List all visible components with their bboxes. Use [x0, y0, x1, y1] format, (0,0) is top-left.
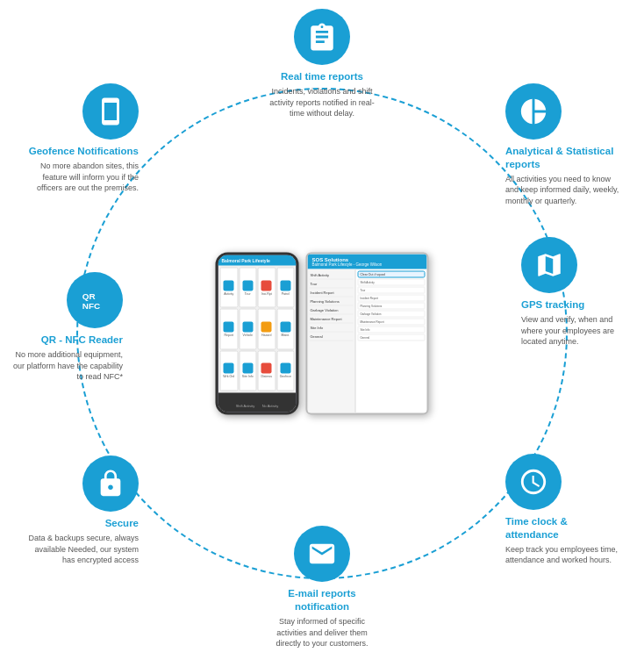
- phone-footer: Shift Activity No Activity: [218, 393, 297, 412]
- phone-cell: Distress: [258, 350, 276, 391]
- secure-desc: Data & backups secure, always available …: [25, 533, 139, 566]
- feature-reports: Real time reports Incidents, violations …: [265, 9, 379, 119]
- geofence-title: Geofence Notifications: [29, 145, 139, 158]
- feature-email: E-mail reports notification Stay informe…: [265, 526, 379, 649]
- phone-grid: Activity Tour Inci.Rpt Patrol Report Veh…: [218, 266, 297, 393]
- sidebar-item: General: [310, 333, 354, 341]
- gps-icon: [534, 250, 564, 280]
- tablet-header: SOS Solutions Balmoral Park Lifestyle - …: [308, 255, 427, 269]
- email-title: E-mail reports notification: [265, 587, 379, 613]
- qr-desc: No more additional equipment, our platfo…: [9, 349, 123, 383]
- analytical-title: Analytical & Statistical reports: [505, 145, 619, 171]
- feature-geofence: Geofence Notifications No more abandon s…: [25, 83, 139, 194]
- feature-gps: GPS tracking View and verify, when and w…: [521, 237, 635, 348]
- phone-cell: Hazard: [258, 309, 276, 349]
- phone-header: Balmoral Park Lifestyle: [218, 255, 297, 266]
- secure-title: Secure: [105, 517, 139, 530]
- sidebar-item: Garbage Violation: [310, 306, 354, 315]
- phone-cell: Vehicle: [239, 309, 257, 349]
- qr-title: QR - NFC Reader: [41, 334, 123, 347]
- svg-text:QR: QR: [82, 291, 96, 301]
- phone-cell: Geofnce: [276, 350, 295, 391]
- tablet-main: Clear Out # squad Shift Activity Tour In…: [356, 269, 427, 413]
- tablet-sidebar: Shift Activity Tour Incident Report Plan…: [308, 269, 356, 413]
- feature-analytical: Analytical & Statistical reports All act…: [505, 83, 619, 207]
- gps-icon-circle: [521, 237, 577, 293]
- phone-screen: Balmoral Park Lifestyle Activity Tour In…: [218, 255, 297, 412]
- gps-title: GPS tracking: [521, 298, 584, 312]
- analytical-desc: All activities you need to know and keep…: [505, 174, 619, 207]
- email-icon: [307, 539, 337, 569]
- email-icon-circle: [294, 526, 350, 582]
- phone-cell: Tour: [239, 268, 257, 308]
- secure-icon-circle: [82, 455, 139, 512]
- sidebar-item: Tour: [310, 280, 354, 289]
- timeclock-icon-circle: [505, 454, 562, 510]
- tablet-mockup: SOS Solutions Balmoral Park Lifestyle - …: [306, 253, 429, 415]
- sidebar-item: Planning Solutions: [310, 298, 354, 306]
- analytical-icon-circle: [505, 83, 562, 140]
- tablet-row: Garbage Violation: [358, 311, 426, 318]
- qr-icon-circle: QR NFC: [67, 272, 123, 328]
- geofence-icon: [96, 97, 125, 126]
- email-desc: Stay informed of specific activities and…: [265, 616, 379, 649]
- sidebar-item: Shift Activity: [310, 271, 354, 280]
- phone-cell: Site Info: [239, 350, 257, 391]
- reports-desc: Incidents, violations and shift activity…: [265, 86, 379, 119]
- svg-text:NFC: NFC: [82, 301, 100, 311]
- clipboard-icon: [307, 22, 337, 52]
- qrnfc-icon: QR NFC: [80, 285, 110, 315]
- sidebar-item: Maintenance Report: [310, 315, 354, 324]
- feature-qr: QR NFC QR - NFC Reader No more additiona…: [9, 272, 123, 383]
- tablet-row: Planning Solutions: [358, 303, 426, 310]
- timeclock-desc: Keep track you employees time, attendanc…: [505, 544, 619, 566]
- tablet-row: Incident Report: [358, 295, 426, 302]
- main-container: Real time reports Incidents, violations …: [0, 0, 644, 667]
- geofence-icon-circle: [82, 83, 139, 140]
- phone-cell: Inci.Rpt: [258, 268, 276, 308]
- device-mockup: Balmoral Park Lifestyle Activity Tour In…: [216, 253, 429, 415]
- phone-mockup: Balmoral Park Lifestyle Activity Tour In…: [216, 253, 299, 415]
- phone-cell: Activity: [220, 268, 239, 308]
- geofence-desc: No more abandon sites, this feature will…: [25, 161, 139, 194]
- reports-title: Real time reports: [281, 70, 363, 83]
- timeclock-title: Time clock & attendance: [505, 515, 619, 541]
- tablet-highlight: Clear Out # squad: [358, 271, 426, 278]
- tablet-row: Tour: [358, 287, 426, 294]
- feature-timeclock: Time clock & attendance Keep track you e…: [505, 454, 619, 566]
- phone-cell: Maint.: [276, 309, 295, 349]
- tablet-row: Site Info: [358, 326, 426, 334]
- reports-icon-circle: [294, 9, 350, 65]
- sidebar-item: Incident Report: [310, 289, 354, 298]
- tablet-row: Maintenance Report: [358, 319, 426, 326]
- phone-cell: Patrol: [276, 268, 295, 308]
- phone-cell: Wrk.Ord: [220, 350, 239, 391]
- feature-secure: Secure Data & backups secure, always ava…: [25, 455, 139, 566]
- gps-desc: View and verify, when and where your emp…: [521, 314, 635, 348]
- phone-cell: Report: [220, 309, 239, 349]
- piechart-icon: [519, 97, 548, 126]
- lock-icon: [96, 469, 125, 498]
- tablet-row: Shift Activity: [358, 279, 426, 286]
- tablet-body: Shift Activity Tour Incident Report Plan…: [308, 269, 427, 413]
- sidebar-item: Site Info: [310, 324, 354, 333]
- clock-icon: [519, 467, 548, 497]
- tablet-row: General: [358, 334, 426, 341]
